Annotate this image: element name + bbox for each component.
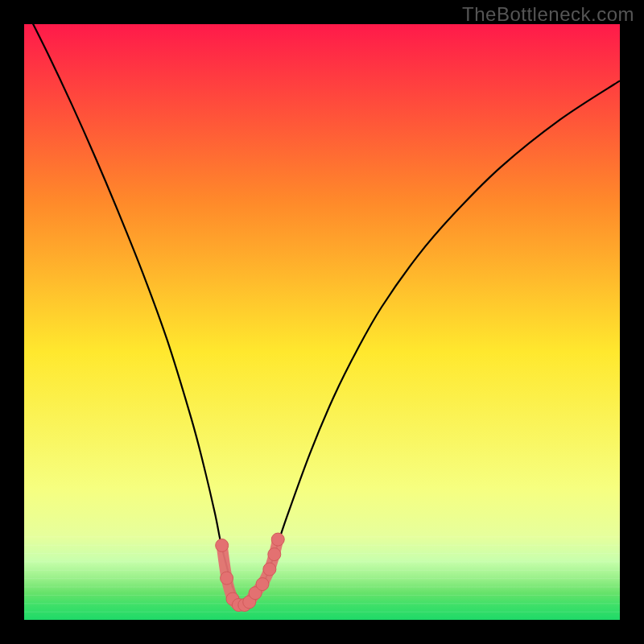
marker-dot — [271, 533, 284, 546]
marker-dot — [256, 578, 269, 591]
bottleneck-curve — [24, 24, 620, 605]
marker-dot — [216, 539, 229, 552]
marker-dot — [263, 563, 276, 576]
plot-area — [24, 24, 620, 620]
marker-dot — [268, 548, 281, 561]
marker-dot — [221, 572, 233, 584]
chart-frame: TheBottleneck.com — [0, 0, 644, 644]
curve-layer — [24, 24, 620, 620]
watermark-text: TheBottleneck.com — [462, 3, 634, 26]
